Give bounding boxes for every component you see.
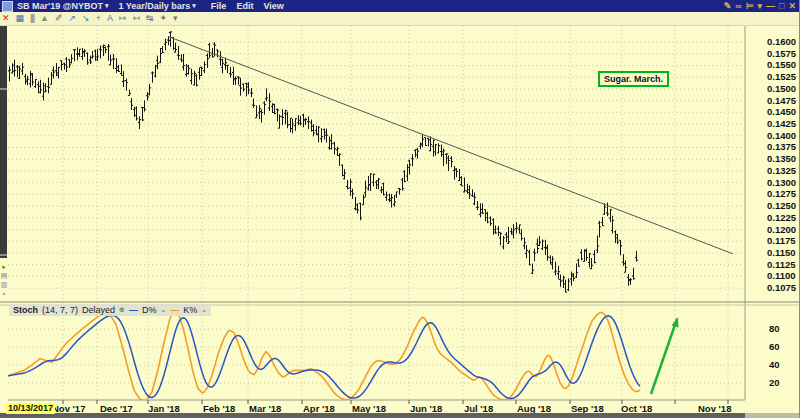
date-field[interactable]: 10/13/2017 — [6, 403, 55, 414]
k-percent-line — [8, 309, 640, 401]
d-percent-line — [8, 315, 640, 398]
price-tick-label: 0.1200 — [767, 224, 796, 235]
link-windows-icon[interactable]: ∞ — [735, 1, 741, 11]
chart-window-icon[interactable]: ▦ — [16, 13, 25, 24]
price-tick-label: 0.1275 — [767, 188, 797, 199]
chart-canvas[interactable]: 0.16000.15750.15500.15250.15000.14750.14… — [0, 0, 800, 418]
bar-type-icon[interactable]: ||| — [30, 13, 34, 24]
period-selector[interactable]: 1 Year/Daily bars — [118, 1, 190, 11]
stoch-study-name[interactable]: Stoch — [13, 305, 38, 315]
price-tick-label: 0.1325 — [767, 165, 797, 176]
price-tick-label: 0.1150 — [767, 247, 796, 258]
menu-edit[interactable]: Edit — [236, 1, 253, 11]
left-strip-icons: ▸ ▤ ▥ ▪ — [0, 262, 8, 298]
price-tick-label: 0.1375 — [767, 141, 797, 152]
scrollbar-corner — [745, 413, 800, 418]
crosshair-icon[interactable]: + — [96, 13, 101, 24]
price-tick-label: 0.1425 — [767, 118, 797, 129]
price-tick-label: 0.1500 — [767, 83, 796, 94]
pin-dropdown-icon[interactable]: ▾ — [757, 1, 762, 11]
stoch-panel-icon[interactable]: ▪ — [3, 289, 5, 298]
draw-pencil-icon[interactable]: ✎ — [724, 1, 732, 11]
panel-grip-icon[interactable]: ▥ — [1, 280, 8, 289]
price-tick-label: 0.1075 — [767, 282, 797, 293]
app-icon — [2, 1, 13, 12]
ohlc-bars-series — [8, 31, 638, 292]
shift-left-icon[interactable]: ↤ — [132, 13, 140, 24]
study-expand-icon[interactable]: ▸ — [2, 262, 6, 271]
tools-icon[interactable]: ✦ — [160, 13, 168, 24]
trendline[interactable] — [168, 36, 733, 254]
draw-tool-icon[interactable]: ✐ — [55, 13, 63, 24]
panel-grip-icon[interactable]: ▤ — [1, 271, 8, 280]
maximize-icon[interactable]: □ — [779, 1, 784, 11]
charting-app-window: { "window": { "title": "SB Mar'19 @NYBOT… — [0, 0, 800, 418]
shift-right-icon[interactable]: ↦ — [119, 13, 127, 24]
period-dropdown-icon[interactable]: ▾ — [192, 2, 196, 10]
remove-study-icon[interactable]: ✕ — [2, 13, 10, 24]
price-tick-label: 0.1400 — [767, 130, 796, 141]
menu-view[interactable]: View — [263, 1, 283, 11]
zoom-out-icon[interactable]: ↘ — [82, 13, 90, 24]
d-line-swatch: — — [129, 305, 138, 315]
k-line-swatch: — — [170, 305, 179, 315]
price-tick-label: 0.1300 — [767, 177, 796, 188]
stoch-tick-label: 40 — [769, 359, 780, 370]
annotate-text-icon[interactable]: A — [107, 13, 113, 24]
price-tick-label: 0.1250 — [767, 200, 796, 211]
vertical-scrollbar[interactable] — [0, 26, 7, 258]
symbol-dropdown-icon[interactable]: ▾ — [105, 2, 109, 10]
price-tick-label: 0.1600 — [767, 36, 796, 47]
title-bar: SB Mar'19 @NYBOT ▾ 1 Year/Daily bars ▾ F… — [0, 0, 800, 12]
close-window-icon[interactable]: ✕ — [788, 1, 796, 11]
price-tick-label: 0.1100 — [767, 270, 796, 281]
price-tick-label: 0.1350 — [767, 153, 796, 164]
k-series-dropdown-icon[interactable]: ⌄ — [201, 305, 207, 315]
horizontal-scrollbar[interactable] — [0, 413, 745, 418]
stoch-tick-label: 80 — [769, 323, 780, 334]
stoch-panel-header: Stoch (14, 7, 7) Delayed ⊕ — D% ⌄ — K% ⌄ — [9, 304, 211, 316]
price-tick-label: 0.1475 — [767, 95, 797, 106]
window-controls: ✎∞⊨▾—□✕ — [724, 1, 800, 11]
delayed-info-icon[interactable]: ⊕ — [119, 305, 125, 315]
price-tick-label: 0.1175 — [767, 235, 796, 246]
minimize-icon[interactable]: — — [766, 1, 775, 11]
d-series-label[interactable]: D% — [142, 305, 157, 315]
price-tick-label: 0.1125 — [767, 259, 796, 270]
annotation-label-box[interactable]: Sugar. March. — [598, 71, 669, 87]
stoch-tick-label: 60 — [769, 341, 780, 352]
scrollbar-divider — [0, 88, 7, 90]
price-tick-label: 0.1575 — [767, 48, 797, 59]
price-tick-label: 0.1525 — [767, 71, 797, 82]
d-series-dropdown-icon[interactable]: ⌄ — [160, 305, 166, 315]
stoch-tick-label: 20 — [769, 377, 780, 388]
zoom-in-icon[interactable]: ↗ — [69, 13, 77, 24]
pan-icon[interactable]: ↹ — [146, 13, 154, 24]
price-tick-label: 0.1450 — [767, 106, 796, 117]
price-tick-label: 0.1225 — [767, 212, 797, 223]
scrollbar-divider — [0, 254, 7, 256]
menu-file[interactable]: File — [211, 1, 227, 11]
stoch-delayed-label: Delayed — [82, 305, 115, 315]
k-series-label[interactable]: K% — [183, 305, 197, 315]
pin-window-icon[interactable]: ⊨ — [746, 1, 754, 11]
tools-dropdown-icon[interactable]: ▾ — [173, 13, 178, 24]
area-chart-icon[interactable]: ▲ — [40, 13, 49, 24]
symbol-title[interactable]: SB Mar'19 @NYBOT — [17, 1, 103, 11]
price-tick-label: 0.1550 — [767, 59, 796, 70]
stoch-params: (14, 7, 7) — [42, 305, 78, 315]
chart-toolbar: ✕▦|||▲✐↗↘+A↦↤↹✦▾ — [0, 12, 800, 26]
